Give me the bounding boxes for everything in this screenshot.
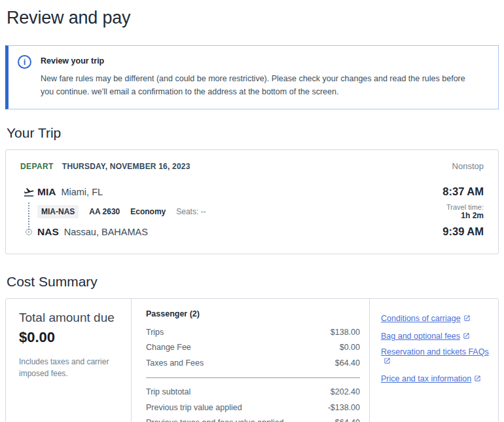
link-row: Conditions of carriage [381, 312, 490, 324]
total-due-panel: Total amount due $0.00 Includes taxes an… [6, 299, 132, 422]
external-link-icon [463, 332, 470, 339]
cost-row-value: $202.40 [331, 387, 360, 396]
review-trip-alert: i Review your trip New fare rules may be… [5, 45, 499, 109]
cost-row-label: Previous trip value applied [146, 403, 242, 412]
cost-row-value: -$64.40 [333, 418, 360, 422]
segment-details: MIA-NAS AA 2630 Economy Seats: -- [37, 205, 206, 218]
cost-row-value: $0.00 [340, 343, 360, 352]
link-row: Reservation and tickets FAQs [381, 347, 490, 366]
origin-city: Miami, FL [61, 187, 103, 197]
cost-row-label: Taxes and Fees [146, 358, 204, 368]
cost-row-value: $64.40 [335, 358, 360, 368]
cost-row-value: -$138.00 [328, 403, 360, 412]
cost-row: Taxes and Fees $64.40 [146, 358, 360, 368]
reservation-tickets-faqs-link[interactable]: Reservation and tickets FAQs [381, 347, 490, 366]
route-chip: MIA-NAS [37, 205, 79, 218]
passenger-header: Passenger (2) [146, 309, 360, 318]
page-title: Review and pay [7, 8, 499, 28]
conditions-of-carriage-link[interactable]: Conditions of carriage [381, 314, 471, 323]
alert-body: New fare rules may be different (and cou… [41, 72, 486, 98]
cost-summary-card: Total amount due $0.00 Includes taxes an… [5, 298, 499, 422]
origin-code: MIA [37, 186, 56, 198]
price-tax-information-link[interactable]: Price and tax information [381, 374, 481, 383]
cost-row-label: Change Fee [146, 343, 191, 352]
external-link-icon [384, 357, 391, 364]
cost-breakdown-panel: Passenger (2) Trips $138.00 Change Fee $… [132, 299, 370, 422]
trip-card: DEPART THURSDAY, NOVEMBER 16, 2023 Nonst… [5, 149, 499, 254]
segment-row: MIA-NAS AA 2630 Economy Seats: -- Travel… [20, 198, 484, 225]
link-label: Conditions of carriage [381, 314, 461, 323]
depart-date: THURSDAY, NOVEMBER 16, 2023 [62, 162, 190, 171]
cost-row: Trip subtotal $202.40 [146, 387, 360, 396]
cost-summary-heading: Cost Summary [7, 274, 499, 290]
stops-badge: Nonstop [452, 161, 484, 171]
trip-header: DEPART THURSDAY, NOVEMBER 16, 2023 Nonst… [20, 161, 484, 171]
departure-time: 8:37 AM [442, 185, 484, 198]
link-row: Price and tax information [381, 372, 490, 384]
travel-time-value: 1h 2m [446, 211, 484, 220]
destination-row: NAS Nassau, BAHAMAS 9:39 AM [20, 225, 484, 238]
total-due-note: Includes taxes and carrier imposed fees. [19, 356, 120, 379]
link-label: Reservation and tickets FAQs [381, 347, 489, 356]
alert-content: Review your trip New fare rules may be d… [41, 54, 486, 98]
flight-number: AA 2630 [89, 207, 120, 216]
travel-time-label: Travel time: [446, 203, 484, 211]
route-dotted-line [28, 202, 29, 233]
cabin-class: Economy [130, 207, 166, 216]
itinerary: MIA Miami, FL 8:37 AM MIA-NAS AA 2630 Ec… [20, 185, 484, 238]
bag-optional-fees-link[interactable]: Bag and optional fees [381, 332, 470, 341]
alert-title: Review your trip [41, 56, 486, 66]
arrival-time: 9:39 AM [442, 225, 484, 238]
your-trip-heading: Your Trip [7, 125, 499, 141]
destination-city: Nassau, BAHAMAS [64, 227, 148, 237]
external-link-icon [463, 315, 471, 322]
link-label: Bag and optional fees [381, 332, 460, 341]
external-link-icon [474, 375, 481, 382]
depart-label: DEPART [20, 162, 54, 171]
cost-row: Previous taxes and fees value applied -$… [146, 418, 360, 422]
cost-row-label: Trips [146, 328, 164, 337]
cost-row-label: Trip subtotal [146, 387, 190, 396]
travel-time-block: Travel time: 1h 2m [446, 203, 484, 220]
cost-row: Previous trip value applied -$138.00 [146, 403, 360, 412]
cost-row: Change Fee $0.00 [146, 343, 360, 352]
origin-row: MIA Miami, FL 8:37 AM [20, 185, 484, 198]
cost-row-label: Previous taxes and fees value applied [146, 418, 284, 422]
seats-label: Seats: -- [176, 207, 206, 216]
divider [146, 377, 360, 378]
info-links-panel: Conditions of carriage Bag and optional … [370, 299, 498, 422]
link-row: Bag and optional fees [381, 330, 490, 341]
total-due-label: Total amount due [19, 311, 120, 325]
total-due-value: $0.00 [19, 329, 120, 346]
link-label: Price and tax information [381, 374, 471, 383]
info-icon: i [18, 55, 31, 69]
destination-code: NAS [37, 226, 59, 238]
flight-takeoff-icon [20, 186, 37, 198]
cost-row: Trips $138.00 [146, 328, 360, 337]
cost-row-value: $138.00 [331, 328, 360, 337]
